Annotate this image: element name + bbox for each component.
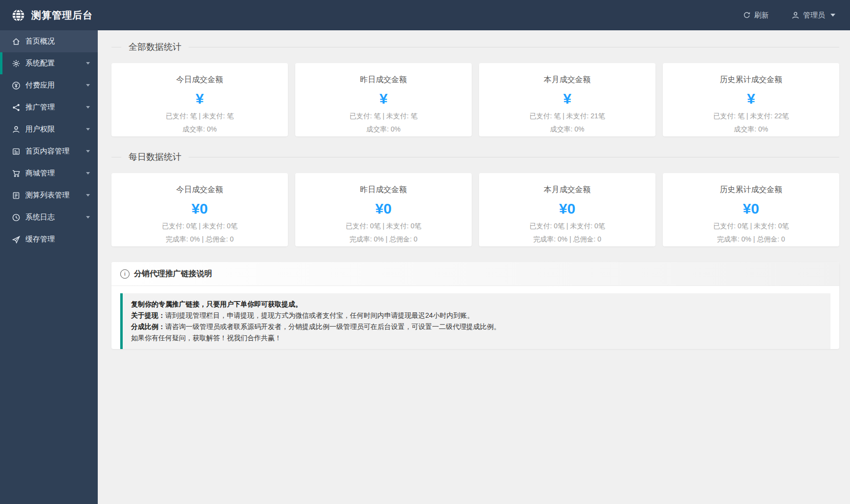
user-menu[interactable]: 管理员 [791, 11, 835, 20]
divider-line [111, 157, 121, 157]
notice-line: 分成比例：请咨询一级管理员或者联系源码开发者，分销提成比例一级管理员可在后台设置… [131, 321, 822, 332]
sidebar-item-paid-apps[interactable]: 付费应用 [0, 74, 98, 96]
chevron-down-icon [86, 106, 90, 109]
card-title: 本月成交金额 [479, 75, 655, 85]
sidebar-item-label: 商城管理 [25, 169, 55, 178]
list-document-icon [12, 191, 21, 200]
notice-line: 如果你有任何疑问，获取解答！祝我们合作共赢！ [131, 332, 822, 344]
card-rate: 成交率: 0% [295, 125, 472, 134]
content-page-icon [12, 147, 21, 156]
stat-card-daily-month: 本月成交金额 ¥0 已支付: 0笔 | 未支付: 0笔 完成率: 0% | 总佣… [479, 173, 655, 246]
user-label: 管理员 [803, 11, 825, 20]
card-amount: ¥0 [663, 200, 839, 218]
sidebar-item-label: 缓存管理 [25, 235, 55, 244]
info-circle-icon: i [120, 269, 130, 279]
card-rate: 成交率: 0% [111, 125, 288, 134]
user-icon [791, 11, 800, 20]
refresh-icon [743, 11, 751, 19]
refresh-label: 刷新 [754, 11, 769, 20]
yen-circle-icon [12, 81, 21, 90]
sidebar-item-system-config[interactable]: 系统配置 [0, 52, 98, 74]
sidebar-item-cache-management[interactable]: 缓存管理 [0, 228, 98, 250]
sidebar-item-promotion[interactable]: 推广管理 [0, 96, 98, 118]
agent-promotion-notice-panel: i 分销代理推广链接说明 复制你的专属推广链接，只要用户下单你即可获取提成。 关… [111, 262, 839, 349]
card-paid-unpaid: 已支付: 0笔 | 未支付: 0笔 [111, 222, 288, 231]
section-title-all-stats: 全部数据统计 [111, 41, 839, 53]
daily-stats-card-row: 今日成交金额 ¥0 已支付: 0笔 | 未支付: 0笔 完成率: 0% | 总佣… [111, 173, 839, 246]
active-accent-bar [0, 52, 2, 74]
card-title: 昨日成交金额 [295, 185, 472, 195]
section-title-text: 全部数据统计 [129, 41, 181, 53]
notice-line: 复制你的专属推广链接，只要用户下单你即可获取提成。 [131, 299, 822, 310]
card-paid-unpaid: 已支付: 笔 | 未支付: 21笔 [479, 112, 655, 121]
divider-line [189, 47, 839, 47]
card-title: 本月成交金额 [479, 185, 655, 195]
card-paid-unpaid: 已支付: 0笔 | 未支付: 0笔 [479, 222, 655, 231]
card-rate-commission: 完成率: 0% | 总佣金: 0 [295, 235, 472, 244]
card-title: 历史累计成交金额 [663, 75, 839, 85]
all-stats-card-row: 今日成交金额 ¥ 已支付: 笔 | 未支付: 笔 成交率: 0% 昨日成交金额 … [111, 63, 839, 136]
chevron-down-icon [86, 84, 90, 87]
card-amount: ¥ [111, 90, 288, 108]
divider-line [111, 47, 121, 47]
clock-icon [12, 213, 21, 222]
chevron-down-icon [86, 128, 90, 131]
stat-card-today-total: 今日成交金额 ¥ 已支付: 笔 | 未支付: 笔 成交率: 0% [111, 63, 288, 136]
app-logo: 测算管理后台 [0, 9, 93, 22]
refresh-button[interactable]: 刷新 [743, 11, 769, 20]
card-rate: 成交率: 0% [663, 125, 839, 134]
paper-plane-icon [12, 235, 21, 244]
chevron-down-icon [86, 194, 90, 197]
share-icon [12, 103, 21, 112]
card-amount: ¥0 [111, 200, 288, 218]
topbar-right: 刷新 管理员 [743, 11, 850, 20]
sidebar-item-label: 系统配置 [25, 59, 55, 68]
card-paid-unpaid: 已支付: 0笔 | 未支付: 0笔 [295, 222, 472, 231]
card-amount: ¥ [479, 90, 655, 108]
notice-panel-title: 分销代理推广链接说明 [134, 269, 212, 279]
sidebar-item-label: 系统日志 [25, 213, 55, 222]
card-amount: ¥0 [479, 200, 655, 218]
section-title-daily-stats: 每日数据统计 [111, 151, 839, 163]
sidebar-item-label: 推广管理 [25, 103, 55, 112]
card-rate-commission: 完成率: 0% | 总佣金: 0 [479, 235, 655, 244]
sidebar-item-home-overview[interactable]: 首页概况 [0, 30, 98, 52]
notice-panel-body: 复制你的专属推广链接，只要用户下单你即可获取提成。 关于提现：请到提现管理栏目，… [120, 293, 830, 349]
card-paid-unpaid: 已支付: 笔 | 未支付: 笔 [295, 112, 472, 121]
card-amount: ¥0 [295, 200, 472, 218]
divider-line [189, 157, 839, 157]
card-rate-commission: 完成率: 0% | 总佣金: 0 [663, 235, 839, 244]
home-icon [12, 37, 21, 46]
person-icon [12, 125, 21, 134]
sidebar-item-label: 付费应用 [25, 81, 55, 90]
sidebar-nav: 首页概况 系统配置 付费应用 [0, 30, 98, 504]
stat-card-daily-yesterday: 昨日成交金额 ¥0 已支付: 0笔 | 未支付: 0笔 完成率: 0% | 总佣… [295, 173, 472, 246]
cart-icon [12, 169, 21, 178]
sidebar-item-mall-management[interactable]: 商城管理 [0, 162, 98, 184]
main-content: 全部数据统计 今日成交金额 ¥ 已支付: 笔 | 未支付: 笔 成交率: 0% … [98, 30, 850, 504]
sidebar-item-label: 用户权限 [25, 125, 55, 134]
sidebar-item-system-logs[interactable]: 系统日志 [0, 206, 98, 228]
chevron-down-icon [86, 172, 90, 175]
globe-icon [12, 9, 25, 22]
card-paid-unpaid: 已支付: 笔 | 未支付: 笔 [111, 112, 288, 121]
user-caret-icon [830, 14, 835, 17]
sidebar-item-label: 首页内容管理 [25, 147, 69, 156]
stat-card-month-total: 本月成交金额 ¥ 已支付: 笔 | 未支付: 21笔 成交率: 0% [479, 63, 655, 136]
card-paid-unpaid: 已支付: 笔 | 未支付: 22笔 [663, 112, 839, 121]
sidebar-item-label: 测算列表管理 [25, 191, 69, 200]
card-paid-unpaid: 已支付: 0笔 | 未支付: 0笔 [663, 222, 839, 231]
sidebar-item-calc-list[interactable]: 测算列表管理 [0, 184, 98, 206]
stat-card-daily-history: 历史累计成交金额 ¥0 已支付: 0笔 | 未支付: 0笔 完成率: 0% | … [663, 173, 839, 246]
sidebar-item-home-content[interactable]: 首页内容管理 [0, 140, 98, 162]
app-title: 测算管理后台 [31, 9, 93, 22]
chevron-down-icon [86, 150, 90, 153]
card-amount: ¥ [663, 90, 839, 108]
card-title: 今日成交金额 [111, 185, 288, 195]
sidebar-item-user-permissions[interactable]: 用户权限 [0, 118, 98, 140]
notice-panel-header: i 分销代理推广链接说明 [111, 262, 839, 286]
stat-card-daily-today: 今日成交金额 ¥0 已支付: 0笔 | 未支付: 0笔 完成率: 0% | 总佣… [111, 173, 288, 246]
card-rate-commission: 完成率: 0% | 总佣金: 0 [111, 235, 288, 244]
chevron-down-icon [86, 62, 90, 65]
chevron-down-icon [86, 216, 90, 219]
